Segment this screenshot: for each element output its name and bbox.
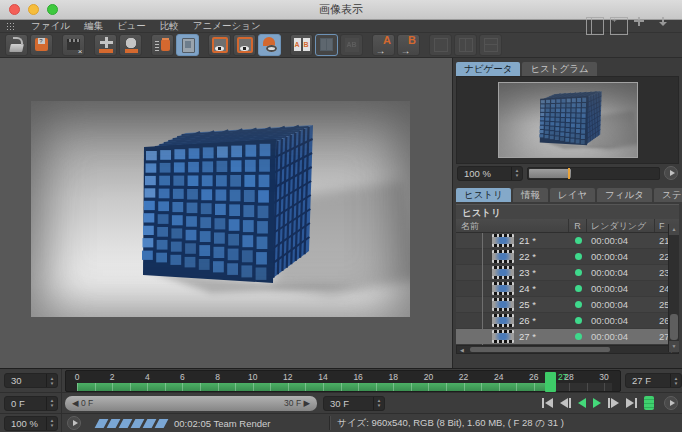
navigator-tabs: ナビゲータヒストグラム — [456, 62, 679, 76]
toolbar-button[interactable] — [258, 34, 281, 56]
goto-start-button[interactable] — [542, 395, 553, 411]
ab-overlay-icon — [343, 36, 361, 54]
toolbar-button[interactable] — [233, 34, 256, 56]
clear-history-icon — [154, 36, 172, 54]
hscroll-thumb[interactable] — [470, 347, 610, 352]
zoom-options-button[interactable] — [67, 416, 81, 430]
history-vscrollbar[interactable]: ▲ ▼ — [668, 224, 679, 352]
play-range-icon[interactable] — [644, 396, 654, 410]
toolbar-button[interactable] — [315, 34, 338, 56]
range-end-label: 30 F ▶ — [284, 398, 310, 408]
view-zoom-field[interactable]: 100 % — [4, 416, 58, 431]
toolbar-button[interactable] — [340, 34, 363, 56]
navigator-tab[interactable]: ナビゲータ — [456, 62, 520, 76]
toolbar-button[interactable]: A — [372, 34, 395, 56]
panel-tab[interactable]: フィルタ — [597, 188, 652, 202]
panel-tab[interactable]: ステレオ — [654, 188, 682, 202]
toolbar-button[interactable] — [429, 34, 452, 56]
stepper-icon[interactable] — [511, 167, 522, 180]
history-row[interactable]: 22 * 00:00:04 22 — [456, 249, 679, 265]
stepper-icon[interactable] — [46, 417, 57, 430]
titlebar: 画像表示 — [0, 0, 682, 20]
column-render-state[interactable]: R — [569, 219, 587, 232]
history-hscrollbar[interactable]: ◀ ▶ — [456, 345, 679, 354]
preview-range-slider[interactable]: ◀ 0 F 30 F ▶ — [65, 396, 317, 411]
scroll-up-icon[interactable]: ▲ — [669, 224, 679, 235]
timeline-length-field[interactable]: 30 — [4, 373, 58, 388]
toolbar-button[interactable] — [208, 34, 231, 56]
ruler-tick-label: 12 — [279, 372, 297, 382]
playhead[interactable] — [545, 372, 556, 392]
panel-tab[interactable]: レイヤ — [550, 188, 595, 202]
navigator-options-button[interactable] — [664, 166, 678, 180]
menu-item[interactable]: アニメーション — [186, 20, 268, 33]
column-name[interactable]: 名前 — [456, 219, 569, 232]
toolbar-button[interactable] — [454, 34, 477, 56]
timeline-ruler[interactable]: 024681012141618202224262830 27 — [65, 370, 621, 392]
save-movie-icon — [65, 36, 83, 54]
toolbar-button[interactable] — [94, 34, 117, 56]
history-row[interactable]: 21 * 00:00:04 21 — [456, 233, 679, 249]
rendered-image[interactable] — [31, 101, 410, 317]
navigator-tab[interactable]: ヒストグラム — [522, 62, 596, 76]
toolbar-button[interactable] — [176, 34, 199, 56]
render-time: 00:00:04 — [587, 251, 655, 262]
toolbar-button[interactable] — [290, 34, 313, 56]
history-row[interactable]: 24 * 00:00:04 24 — [456, 281, 679, 297]
toolbar-button[interactable] — [119, 34, 142, 56]
tree-line — [482, 329, 492, 345]
history-row[interactable]: 23 * 00:00:04 23 — [456, 265, 679, 281]
range-start-field[interactable]: 0 F — [4, 396, 58, 411]
scroll-down-icon[interactable]: ▼ — [669, 341, 679, 352]
toolbar-button[interactable] — [62, 34, 85, 56]
frame-thumbnail-icon — [492, 282, 514, 295]
vscroll-thumb[interactable] — [670, 314, 678, 340]
zoom-slider[interactable] — [527, 167, 660, 180]
menu-item[interactable]: ビュー — [110, 20, 153, 33]
move-window-icon[interactable] — [634, 17, 652, 35]
previous-frame-button[interactable] — [560, 395, 571, 411]
toolbar-button[interactable] — [479, 34, 502, 56]
next-frame-button[interactable] — [608, 395, 619, 411]
stepper-icon[interactable] — [46, 374, 57, 387]
drag-grip-icon[interactable] — [6, 22, 16, 31]
toolbar-button[interactable] — [30, 34, 53, 56]
play-icon — [73, 420, 78, 426]
range-end-field[interactable]: 30 F — [323, 396, 385, 411]
navigator-thumbnail[interactable] — [498, 82, 638, 158]
status-separator — [329, 416, 330, 430]
stereo-anaglyph-icon — [482, 36, 500, 54]
panel-tab[interactable]: ヒストリ — [456, 188, 511, 202]
split-vertical-icon — [318, 36, 336, 54]
stepper-icon[interactable] — [373, 397, 384, 410]
toolbar-button[interactable]: B — [397, 34, 420, 56]
stepper-icon[interactable] — [46, 397, 57, 410]
stepper-icon[interactable] — [670, 374, 681, 387]
column-layout-icon[interactable] — [586, 17, 604, 35]
history-row[interactable]: 25 * 00:00:04 25 — [456, 297, 679, 313]
zoom-slider-marker — [568, 168, 570, 179]
pin-window-icon[interactable] — [658, 17, 676, 35]
render-time: 00:00:04 — [587, 331, 655, 342]
menu-item[interactable]: 編集 — [77, 20, 110, 33]
goto-end-button[interactable] — [626, 395, 637, 411]
history-row[interactable]: 27 * 00:00:04 27 — [456, 329, 679, 345]
ruler-tick-label: 2 — [103, 372, 121, 382]
toolbar-button[interactable] — [5, 34, 28, 56]
zoom-slider-thumb[interactable] — [529, 169, 571, 178]
dock-window-icon[interactable] — [610, 17, 628, 35]
column-render-time[interactable]: レンダリング時間 — [587, 219, 655, 232]
scroll-left-icon[interactable]: ◀ — [457, 346, 467, 353]
ruler-tick-label: 30 — [595, 372, 613, 382]
zoom-value-field[interactable]: 100 % — [457, 166, 523, 181]
toolbar-button[interactable] — [151, 34, 174, 56]
frame-name: 25 * — [519, 299, 569, 310]
menu-item[interactable]: 比較 — [153, 20, 186, 33]
panel-tab[interactable]: 情報 — [513, 188, 548, 202]
history-row[interactable]: 26 * 00:00:04 26 — [456, 313, 679, 329]
playback-options-button[interactable] — [664, 396, 678, 410]
current-frame-field[interactable]: 27 F — [625, 373, 682, 388]
play-backward-button[interactable] — [578, 395, 586, 411]
menu-item[interactable]: ファイル — [24, 20, 77, 33]
play-forward-button[interactable] — [593, 395, 601, 411]
